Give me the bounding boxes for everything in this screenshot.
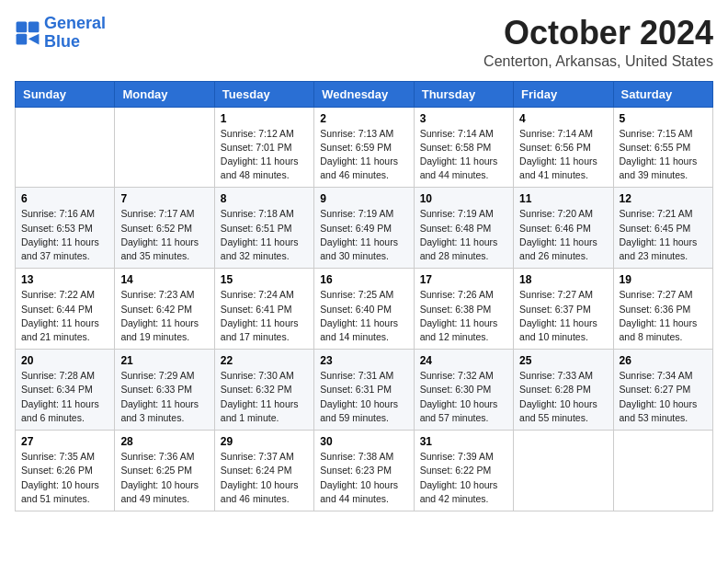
- calendar-header: SundayMondayTuesdayWednesdayThursdayFrid…: [16, 81, 713, 107]
- day-info: Sunrise: 7:25 AM Sunset: 6:40 PM Dayligh…: [320, 288, 407, 344]
- location-title: Centerton, Arkansas, United States: [483, 53, 713, 70]
- day-info: Sunrise: 7:39 AM Sunset: 6:22 PM Dayligh…: [420, 450, 507, 506]
- calendar-cell: 14Sunrise: 7:23 AM Sunset: 6:42 PM Dayli…: [115, 269, 214, 350]
- day-number: 26: [620, 354, 707, 367]
- week-row-3: 13Sunrise: 7:22 AM Sunset: 6:44 PM Dayli…: [16, 269, 713, 350]
- day-number: 27: [21, 435, 108, 448]
- day-info: Sunrise: 7:27 AM Sunset: 6:37 PM Dayligh…: [519, 288, 607, 344]
- day-info: Sunrise: 7:26 AM Sunset: 6:38 PM Dayligh…: [420, 288, 507, 344]
- logo-blue: Blue: [44, 32, 80, 51]
- calendar-cell: 16Sunrise: 7:25 AM Sunset: 6:40 PM Dayli…: [314, 269, 414, 350]
- day-number: 12: [620, 192, 707, 205]
- day-number: 24: [420, 354, 507, 367]
- header-cell-sunday: Sunday: [16, 81, 115, 107]
- day-info: Sunrise: 7:31 AM Sunset: 6:31 PM Dayligh…: [320, 369, 407, 425]
- calendar-cell: 3Sunrise: 7:14 AM Sunset: 6:58 PM Daylig…: [414, 107, 513, 188]
- day-number: 20: [21, 354, 108, 367]
- logo-general: General: [44, 14, 106, 32]
- header-cell-tuesday: Tuesday: [214, 81, 313, 107]
- calendar-cell: 12Sunrise: 7:21 AM Sunset: 6:45 PM Dayli…: [613, 188, 712, 269]
- day-number: 29: [221, 435, 308, 448]
- day-info: Sunrise: 7:14 AM Sunset: 6:58 PM Dayligh…: [420, 127, 507, 183]
- day-info: Sunrise: 7:19 AM Sunset: 6:49 PM Dayligh…: [320, 207, 407, 263]
- day-info: Sunrise: 7:21 AM Sunset: 6:45 PM Dayligh…: [620, 207, 707, 263]
- calendar-cell: 23Sunrise: 7:31 AM Sunset: 6:31 PM Dayli…: [314, 350, 414, 431]
- day-number: 30: [320, 435, 407, 448]
- calendar-cell: 15Sunrise: 7:24 AM Sunset: 6:41 PM Dayli…: [214, 269, 313, 350]
- day-number: 25: [519, 354, 607, 367]
- title-area: October 2024 Centerton, Arkansas, United…: [483, 15, 713, 70]
- day-info: Sunrise: 7:22 AM Sunset: 6:44 PM Dayligh…: [21, 288, 108, 344]
- calendar-cell: 2Sunrise: 7:13 AM Sunset: 6:59 PM Daylig…: [314, 107, 414, 188]
- day-number: 16: [320, 273, 407, 286]
- day-number: 8: [221, 192, 308, 205]
- day-number: 15: [221, 273, 308, 286]
- calendar-cell: 29Sunrise: 7:37 AM Sunset: 6:24 PM Dayli…: [214, 431, 313, 511]
- day-number: 18: [519, 273, 607, 286]
- day-number: 17: [420, 273, 507, 286]
- day-number: 4: [519, 112, 607, 125]
- calendar-cell: [514, 431, 613, 511]
- day-number: 5: [620, 112, 707, 125]
- svg-marker-3: [28, 34, 40, 45]
- calendar-cell: 1Sunrise: 7:12 AM Sunset: 7:01 PM Daylig…: [214, 107, 313, 188]
- calendar-cell: [16, 107, 115, 188]
- day-info: Sunrise: 7:16 AM Sunset: 6:53 PM Dayligh…: [21, 207, 108, 263]
- calendar-cell: 20Sunrise: 7:28 AM Sunset: 6:34 PM Dayli…: [16, 350, 115, 431]
- calendar-cell: 9Sunrise: 7:19 AM Sunset: 6:49 PM Daylig…: [314, 188, 414, 269]
- day-info: Sunrise: 7:20 AM Sunset: 6:46 PM Dayligh…: [519, 207, 607, 263]
- calendar-cell: 7Sunrise: 7:17 AM Sunset: 6:52 PM Daylig…: [115, 188, 214, 269]
- day-info: Sunrise: 7:36 AM Sunset: 6:25 PM Dayligh…: [120, 450, 208, 506]
- day-info: Sunrise: 7:33 AM Sunset: 6:28 PM Dayligh…: [519, 369, 607, 425]
- calendar-cell: 8Sunrise: 7:18 AM Sunset: 6:51 PM Daylig…: [214, 188, 313, 269]
- logo-text: General Blue: [44, 15, 106, 52]
- day-info: Sunrise: 7:38 AM Sunset: 6:23 PM Dayligh…: [320, 450, 407, 506]
- day-number: 22: [221, 354, 308, 367]
- calendar-cell: 13Sunrise: 7:22 AM Sunset: 6:44 PM Dayli…: [16, 269, 115, 350]
- header-cell-monday: Monday: [115, 81, 214, 107]
- day-number: 7: [120, 192, 208, 205]
- calendar-cell: 26Sunrise: 7:34 AM Sunset: 6:27 PM Dayli…: [613, 350, 712, 431]
- week-row-5: 27Sunrise: 7:35 AM Sunset: 6:26 PM Dayli…: [16, 431, 713, 511]
- day-info: Sunrise: 7:37 AM Sunset: 6:24 PM Dayligh…: [221, 450, 308, 506]
- day-number: 19: [620, 273, 707, 286]
- header-cell-friday: Friday: [514, 81, 613, 107]
- day-info: Sunrise: 7:19 AM Sunset: 6:48 PM Dayligh…: [420, 207, 507, 263]
- month-title: October 2024: [483, 15, 713, 52]
- day-info: Sunrise: 7:12 AM Sunset: 7:01 PM Dayligh…: [221, 127, 308, 183]
- day-number: 23: [320, 354, 407, 367]
- calendar-cell: 17Sunrise: 7:26 AM Sunset: 6:38 PM Dayli…: [414, 269, 513, 350]
- week-row-2: 6Sunrise: 7:16 AM Sunset: 6:53 PM Daylig…: [16, 188, 713, 269]
- calendar-cell: 4Sunrise: 7:14 AM Sunset: 6:56 PM Daylig…: [514, 107, 613, 188]
- header: General Blue October 2024 Centerton, Ark…: [15, 15, 713, 70]
- calendar-cell: 30Sunrise: 7:38 AM Sunset: 6:23 PM Dayli…: [314, 431, 414, 511]
- calendar-cell: 27Sunrise: 7:35 AM Sunset: 6:26 PM Dayli…: [16, 431, 115, 511]
- day-info: Sunrise: 7:13 AM Sunset: 6:59 PM Dayligh…: [320, 127, 407, 183]
- day-info: Sunrise: 7:28 AM Sunset: 6:34 PM Dayligh…: [21, 369, 108, 425]
- calendar-cell: 22Sunrise: 7:30 AM Sunset: 6:32 PM Dayli…: [214, 350, 313, 431]
- header-row: SundayMondayTuesdayWednesdayThursdayFrid…: [16, 81, 713, 107]
- header-cell-wednesday: Wednesday: [314, 81, 414, 107]
- day-number: 9: [320, 192, 407, 205]
- day-number: 10: [420, 192, 507, 205]
- calendar-cell: 5Sunrise: 7:15 AM Sunset: 6:55 PM Daylig…: [613, 107, 712, 188]
- day-info: Sunrise: 7:29 AM Sunset: 6:33 PM Dayligh…: [120, 369, 208, 425]
- calendar-table: SundayMondayTuesdayWednesdayThursdayFrid…: [15, 81, 713, 511]
- svg-rect-2: [17, 34, 28, 45]
- day-info: Sunrise: 7:15 AM Sunset: 6:55 PM Dayligh…: [620, 127, 707, 183]
- day-number: 28: [120, 435, 208, 448]
- week-row-4: 20Sunrise: 7:28 AM Sunset: 6:34 PM Dayli…: [16, 350, 713, 431]
- day-info: Sunrise: 7:23 AM Sunset: 6:42 PM Dayligh…: [120, 288, 208, 344]
- calendar-cell: [115, 107, 214, 188]
- calendar-cell: 10Sunrise: 7:19 AM Sunset: 6:48 PM Dayli…: [414, 188, 513, 269]
- header-cell-saturday: Saturday: [613, 81, 712, 107]
- day-number: 14: [120, 273, 208, 286]
- day-info: Sunrise: 7:14 AM Sunset: 6:56 PM Dayligh…: [519, 127, 607, 183]
- calendar-body: 1Sunrise: 7:12 AM Sunset: 7:01 PM Daylig…: [16, 107, 713, 511]
- day-info: Sunrise: 7:34 AM Sunset: 6:27 PM Dayligh…: [620, 369, 707, 425]
- day-number: 11: [519, 192, 607, 205]
- calendar-cell: 11Sunrise: 7:20 AM Sunset: 6:46 PM Dayli…: [514, 188, 613, 269]
- day-info: Sunrise: 7:18 AM Sunset: 6:51 PM Dayligh…: [221, 207, 308, 263]
- day-info: Sunrise: 7:35 AM Sunset: 6:26 PM Dayligh…: [21, 450, 108, 506]
- day-info: Sunrise: 7:32 AM Sunset: 6:30 PM Dayligh…: [420, 369, 507, 425]
